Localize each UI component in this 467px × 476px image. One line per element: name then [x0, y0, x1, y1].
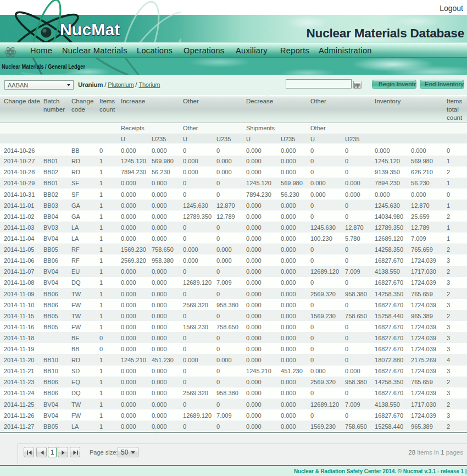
svg-text:NucMat: NucMat — [60, 20, 120, 38]
